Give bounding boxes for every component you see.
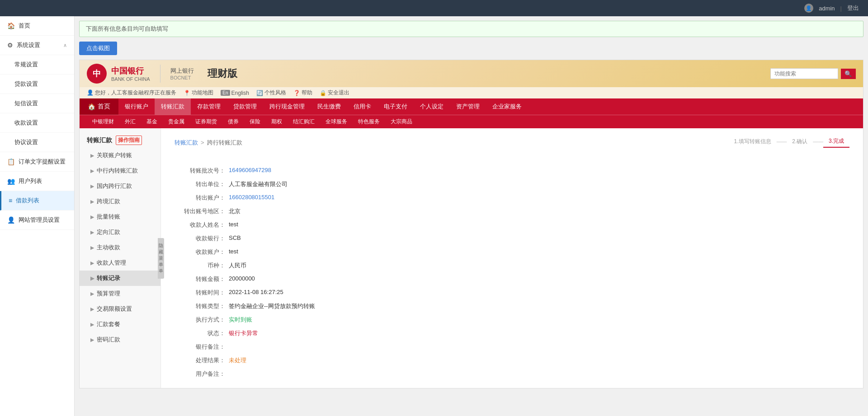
bank-search-input[interactable] — [770, 68, 838, 79]
hide-panel-btn[interactable]: 隐藏菜单单 — [158, 238, 164, 279]
bank-user-bar: 👤 您好，人工客服金融程序正在服务 📍 功能地图 En English 🔄 个性… — [80, 87, 863, 98]
arrow-right-icon: ▶ — [90, 276, 94, 281]
detail-row-transfer-unit: 转出单位： 人工客服金融有限公司 — [175, 178, 849, 191]
bank-logo-icon: 中 — [87, 64, 107, 84]
bank-menu-active-collection[interactable]: ▶ 主动收款 — [80, 240, 160, 255]
bank-menu-password-remittance[interactable]: ▶ 密码汇款 — [80, 332, 160, 347]
sidebar: 🏠 首页 ⚙ 系统设置 ∧ 常规设置 贷款设置 短信设置 收款设置 协议设置 📋… — [0, 16, 75, 416]
detail-row-transfer-type: 转账类型： 签约金融企业--网贷放款预约转账 — [175, 299, 849, 313]
lock-icon: 🔒 — [320, 90, 326, 96]
sidebar-item-loan-settings[interactable]: 贷款设置 — [0, 75, 74, 94]
sidebar-item-home[interactable]: 🏠 首页 — [0, 16, 74, 36]
bank-menu-boc-internal[interactable]: ▶ 中行内转账汇款 — [80, 163, 160, 178]
bank-menu-linked-account[interactable]: ▶ 关联账户转账 — [80, 148, 160, 163]
user-remarks-label: 用户备注： — [175, 370, 229, 378]
bank-home-btn[interactable]: 🏠 首页 — [80, 98, 118, 115]
screenshot-button[interactable]: 点击截图 — [79, 42, 117, 55]
arrow-right-icon: ▶ — [90, 337, 94, 343]
detail-row-transfer-time: 转账时间： 2022-11-08 16:27:25 — [175, 286, 849, 299]
bank-nav-credit-card[interactable]: 信用卡 — [347, 98, 377, 115]
steps: 1.填写转账信息 ── 2.确认 ── 3.完成 — [729, 136, 849, 148]
bank-nav-bank-account[interactable]: 银行账户 — [118, 98, 155, 115]
bank-sub-foreign-exchange[interactable]: 外汇 — [119, 115, 141, 128]
bank-sub-precious-metal[interactable]: 贵金属 — [163, 115, 190, 128]
batch-no-value[interactable]: 1649606947298 — [229, 167, 849, 173]
bank-menu-budget-mgmt[interactable]: ▶ 预算管理 — [80, 286, 160, 301]
amount-label: 转账金额： — [175, 275, 229, 283]
help-icon: ❓ — [293, 90, 300, 96]
admin-avatar-icon: 👤 — [804, 4, 813, 13]
user-icon: 👤 — [87, 89, 94, 96]
sidebar-item-user-list[interactable]: 👥 用户列表 — [0, 172, 74, 191]
bank-menu-targeted-remittance[interactable]: ▶ 定向汇款 — [80, 224, 160, 240]
bank-nav-cross-border-cash[interactable]: 跨行现金管理 — [263, 98, 311, 115]
list-icon: 📋 — [7, 158, 15, 165]
bank-nav-enterprise-service[interactable]: 企业家服务 — [486, 98, 528, 115]
map-icon: 📍 — [184, 90, 190, 96]
safe-exit-link[interactable]: 🔒 安全退出 — [320, 89, 349, 97]
breadcrumb-steps-row: 转账汇款 > 跨行转账汇款 1.填写转账信息 ── 2.确认 — [175, 136, 849, 157]
english-language-link[interactable]: En English — [221, 90, 249, 96]
bank-sub-fund[interactable]: 基金 — [141, 115, 163, 128]
detail-row-user-remarks: 用户备注： — [175, 367, 849, 381]
sidebar-item-order-text-settings[interactable]: 📋 订单文字提醒设置 — [0, 152, 74, 172]
transfer-type-label: 转账类型： — [175, 302, 229, 310]
amount-value: 20000000 — [229, 275, 849, 282]
bank-sub-bocnet-finance[interactable]: 中银理财 — [87, 115, 119, 128]
bank-sub-bond[interactable]: 债券 — [222, 115, 244, 128]
sidebar-item-site-admin[interactable]: 👤 网站管理员设置 — [0, 210, 74, 230]
bank-menu-domestic-cross-bank[interactable]: ▶ 国内跨行汇款 — [80, 178, 160, 194]
bank-nav-loan-mgmt[interactable]: 贷款管理 — [227, 98, 263, 115]
bank-name-en: BANK OF CHINA — [111, 76, 150, 82]
bank-sub-nav: 中银理财 外汇 基金 贵金属 证券期货 债券 保险 期权 结汇购汇 全球服务 特… — [80, 115, 863, 128]
bank-sub-commodity[interactable]: 大宗商品 — [385, 115, 418, 128]
bank-menu-remittance-package[interactable]: ▶ 汇款套餐 — [80, 317, 160, 332]
breadcrumb: 转账汇款 > 跨行转账汇款 — [175, 139, 242, 147]
execution-label: 执行方式： — [175, 316, 229, 324]
sidebar-item-system-settings[interactable]: ⚙ 系统设置 ∧ — [0, 36, 74, 55]
function-map-link[interactable]: 📍 功能地图 — [184, 89, 213, 97]
arrow-right-icon: ▶ — [90, 183, 94, 189]
sidebar-item-sms-settings[interactable]: 短信设置 — [0, 94, 74, 113]
bank-menu-payee-mgmt[interactable]: ▶ 收款人管理 — [80, 255, 160, 271]
step-divider-2: ── — [813, 138, 823, 146]
breadcrumb-parent[interactable]: 转账汇款 — [175, 139, 198, 147]
bank-menu-transaction-limit[interactable]: ▶ 交易限额设置 — [80, 301, 160, 317]
bank-sub-options[interactable]: 期权 — [266, 115, 288, 128]
bank-nav-transfer[interactable]: 转账汇款 — [155, 98, 191, 115]
bank-menu-transfer-record[interactable]: ▶ 转账记录 — [80, 271, 160, 286]
bank-sub-remittance[interactable]: 结汇购汇 — [288, 115, 320, 128]
bank-nav-people-service[interactable]: 民生缴费 — [311, 98, 347, 115]
bank-sub-global-service[interactable]: 全球服务 — [320, 115, 353, 128]
payee-account-value: test — [229, 248, 849, 255]
processing-result-label: 处理结果： — [175, 356, 229, 365]
detail-row-execution: 执行方式： 实时到账 — [175, 313, 849, 327]
bank-menu-cross-border[interactable]: ▶ 跨境汇款 — [80, 194, 160, 209]
step-1: 1.填写转账信息 — [729, 136, 777, 147]
transfer-account-value[interactable]: 16602808015501 — [229, 194, 849, 201]
logout-button[interactable]: 登出 — [847, 4, 859, 12]
bank-sub-futures[interactable]: 证券期货 — [190, 115, 222, 128]
bank-nav-e-payment[interactable]: 电子支付 — [377, 98, 414, 115]
sidebar-item-collection-settings[interactable]: 收款设置 — [0, 113, 74, 133]
bank-sub-special-service[interactable]: 特色服务 — [353, 115, 385, 128]
personal-style-link[interactable]: 🔄 个性风格 — [256, 89, 286, 97]
bank-search-button[interactable]: 🔍 — [841, 69, 856, 79]
arrow-right-icon: ▶ — [90, 306, 94, 312]
bank-remarks-label: 银行备注： — [175, 343, 229, 351]
sidebar-item-general-settings[interactable]: 常规设置 — [0, 55, 74, 75]
notice-bar: 下面所有信息条目均可自助填写 — [79, 21, 863, 37]
bank-nav-deposit[interactable]: 存款管理 — [191, 98, 227, 115]
bank-sub-insurance[interactable]: 保险 — [244, 115, 266, 128]
guide-link[interactable]: 操作指南 — [116, 136, 142, 145]
bank-menu-batch-transfer[interactable]: ▶ 批量转账 — [80, 209, 160, 224]
bank-name-cn: 中国银行 — [111, 65, 150, 76]
help-link[interactable]: ❓ 帮助 — [293, 89, 312, 97]
bank-nav-asset-mgmt[interactable]: 资产管理 — [450, 98, 486, 115]
bank-left-menu: 转账汇款 操作指南 ▶ 关联账户转账 ▶ 中行内转账汇款 ▶ 国内跨行汇款 — [80, 128, 161, 388]
sidebar-item-loan-list[interactable]: ≡ 借款列表 — [0, 191, 74, 210]
top-bar-right: 👤 admin | 登出 — [804, 4, 859, 13]
bank-nav-personal-setting[interactable]: 个人设定 — [414, 98, 450, 115]
sidebar-item-agreement-settings[interactable]: 协议设置 — [0, 133, 74, 152]
detail-row-payee-name: 收款人姓名： test — [175, 218, 849, 232]
